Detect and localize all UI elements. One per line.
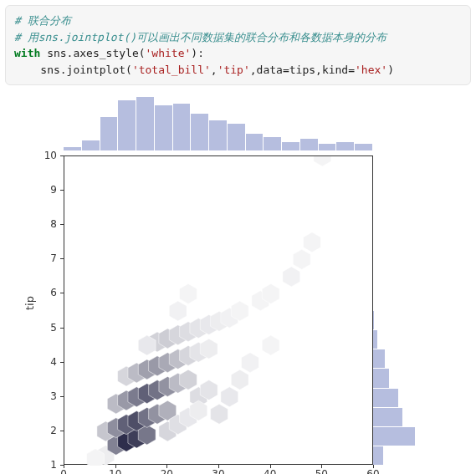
x-tick-label: 0: [60, 468, 67, 474]
y-tick-label: 3: [50, 390, 57, 402]
y-tick-label: 1: [50, 459, 57, 471]
hist-bar: [336, 142, 355, 150]
keyword-with: with: [14, 47, 40, 59]
y-tick-label: 2: [50, 425, 57, 436]
hist-bar: [319, 144, 337, 150]
hex-cell: [211, 404, 228, 424]
hist-bar: [136, 97, 155, 150]
x-tick-label: 10: [109, 468, 121, 474]
y-tick-label: 6: [50, 287, 57, 298]
hex-cell: [169, 301, 187, 321]
hist-bar: [355, 144, 373, 150]
hex-cell: [314, 156, 331, 166]
hist-bar: [300, 139, 319, 150]
y-tick-label: 7: [50, 252, 57, 264]
hex-cell: [304, 232, 321, 252]
y-tick-label: 5: [50, 322, 57, 334]
y-axis-label: tip: [23, 296, 36, 310]
hist-bar: [228, 124, 246, 150]
x-tick-label: 20: [161, 468, 173, 474]
hist-bar: [173, 104, 192, 150]
x-tick-label: 50: [315, 468, 328, 474]
hex-cell: [221, 387, 238, 407]
hex-cell: [180, 283, 197, 303]
top-marginal-histogram: [64, 97, 373, 150]
x-tick-label: 30: [212, 468, 224, 474]
hist-bar: [209, 120, 228, 150]
hex-cell: [283, 267, 300, 287]
x-tick-label: 60: [366, 468, 379, 474]
jointplot-figure: 12345678910 0102030405060 tip total_bill…: [5, 90, 457, 474]
y-tick-label: 10: [44, 150, 57, 161]
hist-bar: [191, 114, 209, 150]
y-axis-ticks: 12345678910: [38, 155, 60, 465]
x-tick-label: 40: [264, 468, 276, 474]
hexbin-plot-area: [64, 155, 373, 465]
y-tick-label: 4: [50, 356, 57, 368]
hist-bar: [100, 117, 119, 150]
y-tick-label: 8: [50, 218, 57, 230]
hexbin-svg: [64, 156, 374, 466]
hex-cell: [293, 249, 310, 269]
hist-bar: [64, 147, 82, 150]
hex-cell: [262, 335, 279, 355]
y-tick-label: 9: [50, 184, 57, 196]
code-comment: # 联合分布: [14, 14, 71, 27]
hist-bar: [282, 142, 300, 150]
code-cell: # 联合分布 # 用sns.jointplot()可以画出不同数据集的联合分布和…: [5, 5, 471, 85]
hist-bar: [246, 134, 264, 150]
hist-bar: [82, 140, 100, 150]
hist-bar: [264, 137, 282, 150]
hex-cell: [231, 370, 248, 390]
hist-bar: [118, 100, 136, 150]
code-comment: # 用sns.jointplot()可以画出不同数据集的联合分布和各数据本身的分…: [14, 31, 386, 43]
hist-bar: [155, 105, 173, 150]
x-axis-ticks: 0102030405060: [64, 468, 373, 474]
hex-cell: [242, 353, 259, 373]
